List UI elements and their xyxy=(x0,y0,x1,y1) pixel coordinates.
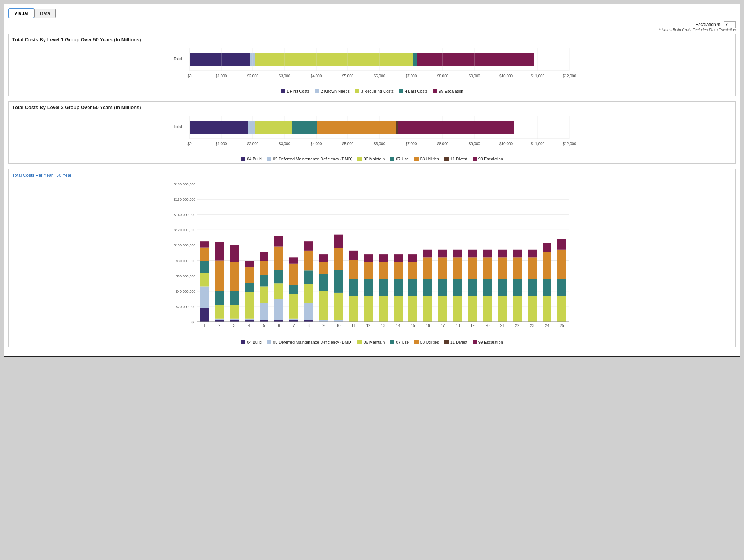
svg-rect-179 xyxy=(408,254,417,262)
svg-text:$6,000: $6,000 xyxy=(374,74,385,78)
svg-rect-168 xyxy=(379,262,388,279)
svg-rect-103 xyxy=(230,319,239,320)
svg-text:$2,000: $2,000 xyxy=(247,142,259,146)
c3-legend-label-4: 07 Use xyxy=(396,340,409,344)
c3-legend-label-5: 08 Utilities xyxy=(420,340,439,344)
svg-text:$5,000: $5,000 xyxy=(342,74,354,78)
svg-rect-211 xyxy=(513,296,522,322)
svg-rect-140 xyxy=(304,270,313,284)
svg-text:$5,000: $5,000 xyxy=(342,142,354,146)
svg-rect-121 xyxy=(260,252,268,261)
svg-rect-114 xyxy=(245,261,254,267)
svg-rect-112 xyxy=(245,283,254,292)
svg-rect-141 xyxy=(304,251,313,270)
svg-text:$12,000: $12,000 xyxy=(563,142,576,146)
svg-rect-157 xyxy=(349,279,358,296)
escalation-input[interactable] xyxy=(724,21,736,28)
svg-text:21: 21 xyxy=(500,324,505,328)
svg-text:8: 8 xyxy=(308,324,310,328)
chart2-legend: 04 Build 05 Deferred Maintenance Deficie… xyxy=(12,157,732,161)
chart2-svg: Total $0 $1,000 $2,000 $3,000 xyxy=(12,112,732,153)
svg-text:22: 22 xyxy=(515,324,519,328)
svg-text:$180,000,000: $180,000,000 xyxy=(174,182,195,186)
svg-rect-105 xyxy=(230,291,239,305)
svg-rect-206 xyxy=(498,296,507,322)
svg-rect-151 xyxy=(334,293,343,320)
svg-rect-126 xyxy=(274,270,283,283)
svg-rect-5 xyxy=(255,53,413,66)
svg-rect-134 xyxy=(289,264,298,285)
svg-rect-109 xyxy=(245,320,254,322)
legend-label-2: 2 Known Needs xyxy=(321,89,350,93)
c3-legend-label-7: 99 Escalation xyxy=(478,340,503,344)
c2-legend-item-1: 04 Build xyxy=(241,157,262,161)
svg-rect-188 xyxy=(438,257,447,279)
svg-rect-145 xyxy=(319,291,328,320)
svg-rect-224 xyxy=(543,243,551,252)
svg-text:25: 25 xyxy=(560,324,564,328)
svg-rect-177 xyxy=(408,279,417,296)
svg-text:6: 6 xyxy=(278,324,280,328)
tab-visual[interactable]: Visual xyxy=(8,8,34,18)
svg-rect-148 xyxy=(319,254,328,262)
svg-rect-159 xyxy=(349,251,358,260)
svg-rect-4 xyxy=(250,53,255,66)
c3-legend-color-1 xyxy=(241,340,245,344)
svg-rect-203 xyxy=(483,257,492,279)
svg-rect-127 xyxy=(274,247,283,270)
svg-rect-110 xyxy=(245,319,254,320)
svg-rect-219 xyxy=(528,250,537,258)
c3-legend-item-1: 04 Build xyxy=(241,340,262,344)
svg-rect-125 xyxy=(274,283,283,299)
legend-label-4: 4 Last Costs xyxy=(405,89,427,93)
c3-legend-item-6: 11 Divest xyxy=(444,340,467,344)
svg-rect-169 xyxy=(379,254,388,262)
chart1-title: Total Costs By Level 1 Group Over 50 Yea… xyxy=(12,37,732,42)
c2-legend-item-4: 07 Use xyxy=(390,157,409,161)
svg-rect-214 xyxy=(513,250,522,258)
svg-rect-6 xyxy=(413,53,417,66)
svg-text:$8,000: $8,000 xyxy=(437,74,449,78)
legend-label-1: 1 First Costs xyxy=(287,89,310,93)
svg-rect-142 xyxy=(304,241,313,251)
svg-rect-53 xyxy=(396,121,398,134)
svg-text:$4,000: $4,000 xyxy=(311,74,322,78)
svg-text:3: 3 xyxy=(233,324,235,328)
svg-text:$7,000: $7,000 xyxy=(406,74,417,78)
svg-rect-91 xyxy=(200,261,209,273)
svg-rect-92 xyxy=(200,248,209,261)
tab-data[interactable]: Data xyxy=(34,9,55,18)
c2-legend-item-2: 05 Deferred Maintenance Deficiency (DMD) xyxy=(267,157,352,161)
svg-rect-193 xyxy=(453,257,462,279)
main-container: Visual Data Escalation % * Note - Build … xyxy=(4,4,740,357)
svg-text:$3,000: $3,000 xyxy=(279,74,290,78)
svg-text:15: 15 xyxy=(411,324,415,328)
c3-legend-label-1: 04 Build xyxy=(247,340,262,344)
svg-rect-88 xyxy=(200,308,209,322)
escalation-row: Escalation % * Note - Build Costs Exclud… xyxy=(8,21,736,32)
svg-rect-229 xyxy=(557,239,566,250)
svg-rect-156 xyxy=(349,296,358,322)
svg-text:24: 24 xyxy=(545,324,549,328)
svg-rect-52 xyxy=(317,121,396,134)
svg-text:5: 5 xyxy=(263,324,265,328)
c2-legend-item-3: 06 Maintain xyxy=(357,157,385,161)
svg-text:$2,000: $2,000 xyxy=(247,74,259,78)
svg-rect-187 xyxy=(438,279,447,296)
svg-text:$1,000: $1,000 xyxy=(216,142,227,146)
svg-rect-183 xyxy=(423,257,432,279)
svg-rect-161 xyxy=(364,296,373,322)
svg-rect-212 xyxy=(513,279,522,296)
svg-text:$11,000: $11,000 xyxy=(531,74,545,78)
chart3-year-link[interactable]: 50 Year xyxy=(56,173,71,178)
c2-legend-item-5: 08 Utilities xyxy=(414,157,439,161)
legend-item-5: 99 Escalation xyxy=(433,89,463,93)
svg-rect-186 xyxy=(438,296,447,322)
svg-rect-164 xyxy=(364,254,373,262)
c3-legend-color-4 xyxy=(390,340,394,344)
c2-legend-color-4 xyxy=(390,157,394,161)
legend-item-2: 2 Known Needs xyxy=(315,89,350,93)
svg-rect-152 xyxy=(334,270,343,293)
svg-text:$20,000,000: $20,000,000 xyxy=(176,305,195,309)
c2-legend-label-7: 99 Escalation xyxy=(478,157,503,161)
